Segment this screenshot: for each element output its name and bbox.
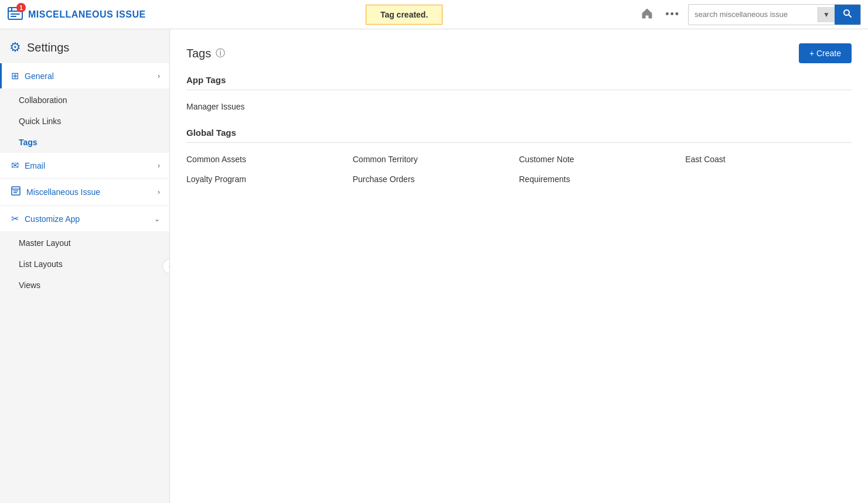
sidebar-sub-item-collaboration[interactable]: Collaboration <box>0 90 169 111</box>
sidebar-item-customize[interactable]: ✂ Customize App ⌄ <box>0 206 169 231</box>
notification-badge: 1 <box>16 3 26 12</box>
layout: ⚙ Settings ⊞ General › Collaboration Qui… <box>0 29 868 503</box>
email-icon: ✉ <box>11 160 19 171</box>
global-tags-divider <box>186 142 852 143</box>
app-icon-container: 1 <box>7 5 23 23</box>
app-tags-title: App Tags <box>186 75 852 85</box>
global-tags-grid: Common Assets Common Territory Customer … <box>186 152 852 186</box>
list-item[interactable]: Common Territory <box>353 152 519 166</box>
misc-icon <box>11 186 21 198</box>
sidebar-title: Settings <box>27 41 69 54</box>
sidebar-sub-item-quick-links[interactable]: Quick Links <box>0 111 169 132</box>
app-title: MISCELLANEOUS ISSUE <box>28 9 146 20</box>
gear-icon: ⚙ <box>9 40 21 55</box>
customize-label: Customize App <box>25 214 80 224</box>
sidebar-item-general[interactable]: ⊞ General › <box>0 63 169 88</box>
svg-line-6 <box>849 15 851 17</box>
list-item[interactable]: East Coast <box>685 152 852 166</box>
general-arrow: › <box>158 72 160 80</box>
sidebar-item-miscellaneous[interactable]: Miscellaneous Issue › <box>0 179 169 205</box>
list-item[interactable]: Common Assets <box>186 152 353 166</box>
list-item[interactable]: Loyalty Program <box>186 172 353 186</box>
main-content: Tags ⓘ + Create App Tags Manager Issues … <box>170 29 868 503</box>
sidebar-sub-item-list-layouts[interactable]: List Layouts <box>0 254 169 275</box>
general-icon: ⊞ <box>11 70 19 81</box>
global-tags-title: Global Tags <box>186 128 852 138</box>
misc-label: Miscellaneous Issue <box>26 187 100 197</box>
search-container: ▼ <box>688 4 861 25</box>
app-tags-divider <box>186 90 852 90</box>
topbar: 1 MISCELLANEOUS ISSUE Tag created. ••• ▼ <box>0 0 868 29</box>
page-header: Tags ⓘ + Create <box>186 43 852 63</box>
list-item[interactable]: Requirements <box>519 172 686 186</box>
email-arrow: › <box>158 162 160 170</box>
general-label: General <box>25 71 54 81</box>
customize-icon: ✂ <box>11 213 19 224</box>
topbar-right: ••• ▼ <box>637 4 861 25</box>
page-title: Tags <box>186 47 211 60</box>
list-item[interactable]: Customer Note <box>519 152 686 166</box>
sidebar-sub-item-views[interactable]: Views <box>0 275 169 296</box>
sidebar-header: ⚙ Settings <box>0 29 169 63</box>
svg-rect-4 <box>11 16 16 17</box>
list-item[interactable]: Purchase Orders <box>353 172 519 186</box>
misc-arrow: › <box>158 188 160 196</box>
svg-rect-3 <box>11 13 20 15</box>
app-tags-grid: Manager Issues <box>186 100 852 114</box>
global-tags-section: Global Tags Common Assets Common Territo… <box>186 128 852 186</box>
search-input[interactable] <box>689 6 818 22</box>
home-button[interactable] <box>637 4 657 25</box>
sidebar: ⚙ Settings ⊞ General › Collaboration Qui… <box>0 29 170 503</box>
list-item[interactable]: Manager Issues <box>186 100 353 114</box>
search-dropdown-button[interactable]: ▼ <box>818 7 835 22</box>
sidebar-sub-item-tags[interactable]: Tags <box>0 132 169 153</box>
email-label: Email <box>25 161 45 170</box>
app-icon <box>7 14 23 23</box>
app-tags-section: App Tags Manager Issues <box>186 75 852 114</box>
info-icon[interactable]: ⓘ <box>216 47 225 60</box>
sidebar-item-email[interactable]: ✉ Email › <box>0 153 169 178</box>
topbar-center: Tag created. <box>171 5 637 25</box>
tag-created-banner: Tag created. <box>366 5 442 25</box>
more-button[interactable]: ••• <box>662 5 683 24</box>
page-title-row: Tags ⓘ <box>186 47 225 60</box>
topbar-left: 1 MISCELLANEOUS ISSUE <box>7 5 171 23</box>
customize-arrow: ⌄ <box>154 215 160 223</box>
sidebar-sub-item-master-layout[interactable]: Master Layout <box>0 232 169 254</box>
create-button[interactable]: + Create <box>799 43 852 63</box>
search-go-button[interactable] <box>835 5 860 25</box>
